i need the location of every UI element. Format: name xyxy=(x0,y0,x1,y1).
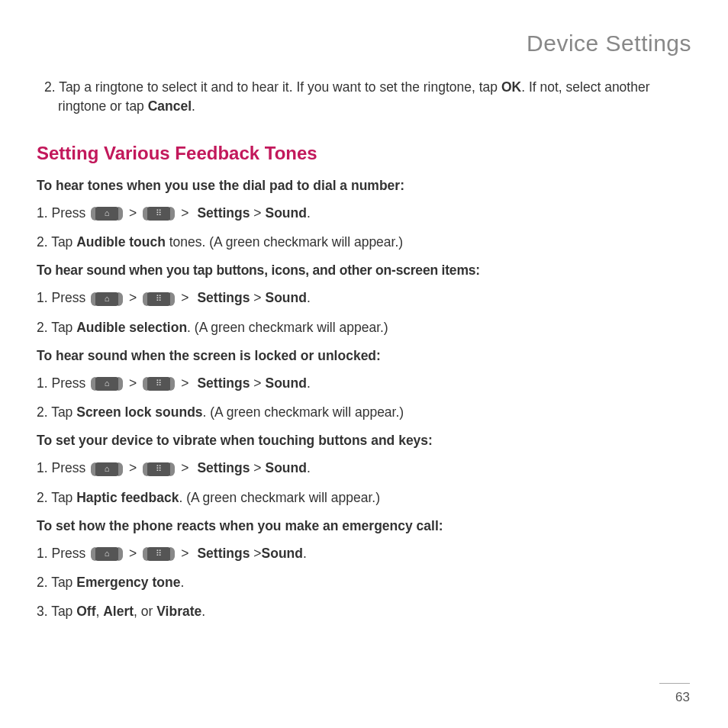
breadcrumb-sep: > xyxy=(253,290,261,305)
breadcrumb-sep: > xyxy=(129,458,137,478)
text: . (A green checkmark will appear.) xyxy=(179,490,380,505)
page-number: 63 xyxy=(675,690,690,705)
apps-icon: ⠿ xyxy=(143,462,175,476)
sound-label: Sound xyxy=(265,290,306,305)
breadcrumb-sep: > xyxy=(129,288,137,308)
subheading-emergency: To set how the phone reacts when you mak… xyxy=(37,518,691,534)
text: 2. Tap xyxy=(37,320,76,335)
breadcrumb-sep: > xyxy=(181,288,188,308)
text: 2. Tap xyxy=(37,490,76,505)
sound-label: Sound xyxy=(265,205,306,221)
press-label: Press xyxy=(51,375,89,391)
step-2: 2. Tap Emergency tone. xyxy=(37,572,691,592)
step-number: 1. xyxy=(37,205,51,221)
text: . xyxy=(192,98,195,114)
text: . xyxy=(180,575,184,590)
cancel-label: Cancel xyxy=(148,98,192,114)
step-number: 1. xyxy=(37,375,51,391)
option-label: Emergency tone xyxy=(76,575,180,590)
subheading-buttons: To hear sound when you tap buttons, icon… xyxy=(37,263,691,279)
page-header: Device Settings xyxy=(37,31,691,56)
text: , xyxy=(96,604,104,619)
alert-label: Alert xyxy=(103,604,134,619)
step-3: 3. Tap Off, Alert, or Vibrate. xyxy=(37,601,691,621)
settings-label: Settings xyxy=(197,205,250,221)
settings-label: Settings xyxy=(197,460,250,475)
option-label: Haptic feedback xyxy=(76,490,179,505)
settings-label: Settings xyxy=(197,290,250,305)
option-label: Audible selection xyxy=(76,320,187,335)
intro-step-2: 2. Tap a ringtone to select it and to he… xyxy=(37,78,691,117)
text: 2. Tap a ringtone to select it and to he… xyxy=(44,79,501,95)
text: . (A green checkmark will appear.) xyxy=(203,404,404,420)
option-label: Screen lock sounds xyxy=(76,404,202,420)
home-icon: ⌂ xyxy=(91,292,123,306)
breadcrumb-sep: > xyxy=(129,203,137,223)
home-icon: ⌂ xyxy=(91,547,123,561)
breadcrumb-sep: > xyxy=(181,373,188,393)
step-2: 2. Tap Haptic feedback. (A green checkma… xyxy=(37,488,691,507)
footer-rule xyxy=(659,683,690,684)
breadcrumb-sep: > xyxy=(253,460,261,475)
press-label: Press xyxy=(51,460,89,475)
text: . (A green checkmark will appear.) xyxy=(187,320,388,335)
subheading-haptic: To set your device to vibrate when touch… xyxy=(37,433,691,449)
step-2: 2. Tap Audible touch tones. (A green che… xyxy=(37,232,691,252)
option-label: Audible touch xyxy=(76,234,166,250)
step-1: 1. Press ⌂>⠿> Settings > Sound. xyxy=(37,458,691,478)
step-1: 1. Press ⌂>⠿> Settings > Sound. xyxy=(37,203,691,223)
breadcrumb-sep: > xyxy=(253,375,261,391)
step-number: 1. xyxy=(37,290,51,305)
breadcrumb-sep: > xyxy=(181,203,188,223)
off-label: Off xyxy=(76,604,95,619)
breadcrumb-sep: > xyxy=(250,546,261,561)
breadcrumb-sep: > xyxy=(129,373,137,393)
sound-label: Sound xyxy=(265,460,306,475)
step-number: 1. xyxy=(37,546,51,561)
text: tones. (A green checkmark will appear.) xyxy=(166,234,403,250)
apps-icon: ⠿ xyxy=(143,207,175,221)
breadcrumb-sep: > xyxy=(129,543,137,563)
step-2: 2. Tap Screen lock sounds. (A green chec… xyxy=(37,402,691,422)
press-label: Press xyxy=(51,290,89,305)
apps-icon: ⠿ xyxy=(143,547,175,561)
home-icon: ⌂ xyxy=(91,207,123,221)
sound-label: Sound xyxy=(265,375,306,391)
breadcrumb-sep: > xyxy=(181,543,188,563)
step-1: 1. Press ⌂>⠿> Settings > Sound. xyxy=(37,373,691,393)
home-icon: ⌂ xyxy=(91,377,123,391)
sound-label: Sound xyxy=(262,546,303,561)
text: 2. Tap xyxy=(37,575,76,590)
text: . xyxy=(201,604,205,619)
apps-icon: ⠿ xyxy=(143,377,175,391)
breadcrumb-sep: > xyxy=(181,458,188,478)
step-1: 1. Press ⌂>⠿> Settings >Sound. xyxy=(37,543,691,563)
ok-label: OK xyxy=(501,79,521,95)
subheading-dialpad: To hear tones when you use the dial pad … xyxy=(37,178,691,194)
vibrate-label: Vibrate xyxy=(156,604,201,619)
text: 2. Tap xyxy=(37,234,76,250)
text: 3. Tap xyxy=(37,604,76,619)
press-label: Press xyxy=(51,546,89,561)
settings-label: Settings xyxy=(197,546,250,561)
settings-label: Settings xyxy=(197,375,250,391)
step-2: 2. Tap Audible selection. (A green check… xyxy=(37,317,691,337)
breadcrumb-sep: > xyxy=(253,205,261,221)
home-icon: ⌂ xyxy=(91,462,123,476)
apps-icon: ⠿ xyxy=(143,292,175,306)
step-number: 1. xyxy=(37,460,51,475)
text: , or xyxy=(134,604,156,619)
step-1: 1. Press ⌂>⠿> Settings > Sound. xyxy=(37,288,691,308)
subheading-lock: To hear sound when the screen is locked … xyxy=(37,348,691,364)
press-label: Press xyxy=(51,205,89,221)
text: 2. Tap xyxy=(37,404,76,420)
section-heading: Setting Various Feedback Tones xyxy=(37,143,691,164)
